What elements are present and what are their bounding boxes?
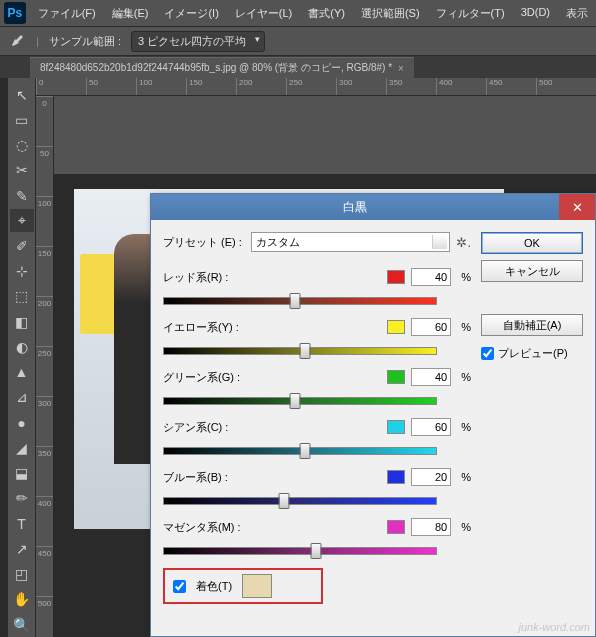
slider-row: グリーン系(G) : % bbox=[163, 368, 471, 410]
tint-checkbox[interactable] bbox=[173, 580, 186, 593]
tool-button[interactable]: ✋ bbox=[10, 588, 34, 611]
slider-value-input[interactable] bbox=[411, 518, 451, 536]
slider-row: レッド系(R) : % bbox=[163, 268, 471, 310]
auto-button[interactable]: 自動補正(A) bbox=[481, 314, 583, 336]
preset-label: プリセット (E) : bbox=[163, 235, 245, 250]
slider-track[interactable] bbox=[163, 490, 437, 510]
menu-item[interactable]: 表示 bbox=[562, 4, 592, 23]
preview-checkbox[interactable] bbox=[481, 347, 494, 360]
tool-button[interactable]: 🔍 bbox=[10, 613, 34, 636]
color-swatch bbox=[387, 420, 405, 434]
preset-dropdown[interactable]: カスタム bbox=[251, 232, 450, 252]
dialog-titlebar[interactable]: 白黒 ✕ bbox=[151, 194, 595, 220]
preview-label: プレビュー(P) bbox=[498, 346, 568, 361]
slider-thumb[interactable] bbox=[300, 343, 311, 359]
slider-thumb[interactable] bbox=[289, 393, 300, 409]
ok-button[interactable]: OK bbox=[481, 232, 583, 254]
tool-button[interactable]: T bbox=[10, 512, 34, 535]
tint-row: 着色(T) bbox=[163, 568, 323, 604]
eyedropper-icon[interactable] bbox=[8, 32, 26, 50]
slider-track[interactable] bbox=[163, 440, 437, 460]
slider-track[interactable] bbox=[163, 290, 437, 310]
slider-row: シアン系(C) : % bbox=[163, 418, 471, 460]
slider-value-input[interactable] bbox=[411, 418, 451, 436]
color-swatch bbox=[387, 270, 405, 284]
watermark: junk-word.com bbox=[518, 621, 590, 633]
slider-track[interactable] bbox=[163, 340, 437, 360]
menu-item[interactable]: 3D(D) bbox=[517, 4, 554, 23]
tool-button[interactable]: ◧ bbox=[10, 310, 34, 333]
tool-button[interactable]: ⊿ bbox=[10, 386, 34, 409]
color-swatch bbox=[387, 320, 405, 334]
slider-label: ブルー系(B) : bbox=[163, 470, 249, 485]
cancel-button[interactable]: キャンセル bbox=[481, 260, 583, 282]
app-logo: Ps bbox=[4, 2, 26, 24]
dialog-title: 白黒 bbox=[151, 199, 559, 216]
tool-button[interactable]: ⬓ bbox=[10, 462, 34, 485]
slider-thumb[interactable] bbox=[311, 543, 322, 559]
sample-size-dropdown[interactable]: 3 ピクセル四方の平均 bbox=[131, 31, 265, 52]
tint-swatch[interactable] bbox=[242, 574, 272, 598]
menu-item[interactable]: 選択範囲(S) bbox=[357, 4, 424, 23]
menu-item[interactable]: ファイル(F) bbox=[34, 4, 100, 23]
slider-track[interactable] bbox=[163, 390, 437, 410]
black-white-dialog: 白黒 ✕ プリセット (E) : カスタム ✲. レッド系(R) : % イエロ… bbox=[150, 193, 596, 637]
tool-button[interactable]: ↗ bbox=[10, 537, 34, 560]
tool-button[interactable]: ▭ bbox=[10, 108, 34, 131]
sample-size-label: サンプル範囲 : bbox=[49, 34, 121, 49]
slider-row: イエロー系(Y) : % bbox=[163, 318, 471, 360]
tool-button[interactable]: ◢ bbox=[10, 436, 34, 459]
slider-thumb[interactable] bbox=[289, 293, 300, 309]
color-swatch bbox=[387, 370, 405, 384]
close-icon[interactable]: ✕ bbox=[559, 194, 595, 220]
tool-button[interactable]: ↖ bbox=[10, 83, 34, 106]
slider-row: マゼンタ系(M) : % bbox=[163, 518, 471, 560]
tool-button[interactable]: ✎ bbox=[10, 184, 34, 207]
tint-label: 着色(T) bbox=[196, 579, 232, 594]
slider-value-input[interactable] bbox=[411, 368, 451, 386]
slider-thumb[interactable] bbox=[278, 493, 289, 509]
color-swatch bbox=[387, 520, 405, 534]
slider-thumb[interactable] bbox=[300, 443, 311, 459]
document-tab-bar: 8f248480d652b20b1d92f244744b95fb_s.jpg @… bbox=[0, 56, 596, 78]
slider-value-input[interactable] bbox=[411, 318, 451, 336]
tool-button[interactable]: ⊹ bbox=[10, 260, 34, 283]
slider-row: ブルー系(B) : % bbox=[163, 468, 471, 510]
slider-label: レッド系(R) : bbox=[163, 270, 249, 285]
slider-value-input[interactable] bbox=[411, 268, 451, 286]
tool-button[interactable]: ✂ bbox=[10, 159, 34, 182]
close-tab-icon[interactable]: × bbox=[398, 63, 404, 74]
menu-item[interactable]: フィルター(T) bbox=[432, 4, 509, 23]
menu-item[interactable]: レイヤー(L) bbox=[231, 4, 296, 23]
options-bar: | サンプル範囲 : 3 ピクセル四方の平均 bbox=[0, 26, 596, 56]
slider-label: シアン系(C) : bbox=[163, 420, 249, 435]
slider-label: マゼンタ系(M) : bbox=[163, 520, 249, 535]
gear-icon[interactable]: ✲. bbox=[456, 235, 471, 250]
tool-button[interactable]: ◰ bbox=[10, 562, 34, 585]
tool-button[interactable]: ⌖ bbox=[10, 209, 34, 232]
document-tab-title: 8f248480d652b20b1d92f244744b95fb_s.jpg @… bbox=[40, 61, 392, 75]
menu-bar: Ps ファイル(F)編集(E)イメージ(I)レイヤー(L)書式(Y)選択範囲(S… bbox=[0, 0, 596, 26]
slider-label: イエロー系(Y) : bbox=[163, 320, 249, 335]
slider-value-input[interactable] bbox=[411, 468, 451, 486]
tool-button[interactable]: ✐ bbox=[10, 234, 34, 257]
slider-track[interactable] bbox=[163, 540, 437, 560]
color-swatch bbox=[387, 470, 405, 484]
tool-button[interactable]: ● bbox=[10, 411, 34, 434]
menu-item[interactable]: 編集(E) bbox=[108, 4, 153, 23]
tool-button[interactable]: ⬚ bbox=[10, 285, 34, 308]
tool-button[interactable]: ✏ bbox=[10, 487, 34, 510]
menu-item[interactable]: イメージ(I) bbox=[160, 4, 222, 23]
slider-label: グリーン系(G) : bbox=[163, 370, 249, 385]
tool-button[interactable]: ◌ bbox=[10, 133, 34, 156]
tool-button[interactable]: ◐ bbox=[10, 335, 34, 358]
tools-panel: ↖▭◌✂✎⌖✐⊹⬚◧◐▲⊿●◢⬓✏T↗◰✋🔍 bbox=[8, 78, 36, 637]
document-tab[interactable]: 8f248480d652b20b1d92f244744b95fb_s.jpg @… bbox=[30, 57, 414, 78]
menu-item[interactable]: 書式(Y) bbox=[304, 4, 349, 23]
tool-button[interactable]: ▲ bbox=[10, 361, 34, 384]
